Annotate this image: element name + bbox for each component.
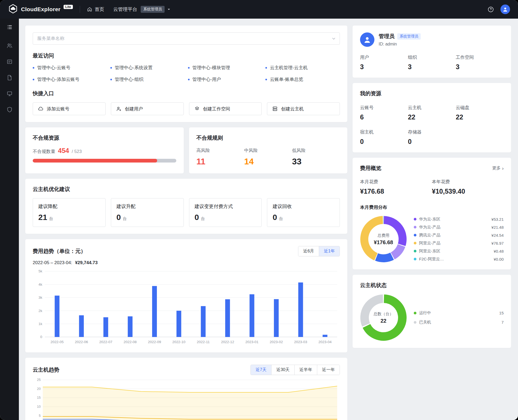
stat-label: 组织: [408, 54, 456, 60]
toggle-half-year[interactable]: 近半年: [294, 365, 317, 375]
risk-value: 14: [244, 157, 292, 167]
stat-disks: 云磁盘 22: [456, 105, 504, 121]
svg-text:2022-11: 2022-11: [197, 340, 210, 344]
optimization-upgrade[interactable]: 建议升配 0台: [111, 198, 184, 227]
nav-home-label: 首页: [95, 6, 104, 13]
quick-create-user-button[interactable]: 创建用户: [111, 102, 184, 115]
users-icon[interactable]: [6, 43, 13, 49]
stat-month-cost: 本月花费 ¥176.68: [360, 179, 432, 195]
user-avatar[interactable]: [500, 5, 510, 14]
console-icon[interactable]: [6, 90, 13, 97]
host-trend-line-chart: 05101520252023-04-062023-04-072023-04-08…: [33, 378, 340, 420]
noncompliant-count-total: / 523: [72, 149, 82, 154]
document-icon[interactable]: [6, 74, 13, 81]
service-menu-select[interactable]: [33, 32, 340, 45]
cost-distribution-legend: 华为云-东区¥53.21华为云-产品¥21.48腾讯云-产品¥24.54阿里云-…: [414, 217, 504, 262]
service-menu-input[interactable]: [33, 32, 340, 45]
optimization-label: 建议升配: [116, 203, 178, 210]
legend-item[interactable]: 腾讯云-产品¥24.54: [414, 233, 504, 238]
risk-low: 低风险 33: [292, 147, 340, 167]
stat-value: ¥176.68: [360, 188, 432, 195]
noncompliant-resources-card: 不合规资源 不合规数量 454 / 523: [25, 127, 184, 173]
cost-overview-card: 费用概览 更多 › 本月花费 ¥176.68 本年花费 ¥: [353, 158, 511, 269]
cost-distribution-chart: [360, 216, 407, 263]
legend-dot-icon: [414, 321, 416, 324]
optimization-change-billing[interactable]: 建议变更付费方式 0台: [189, 198, 262, 227]
risk-medium: 中风险 14: [244, 147, 292, 167]
optimization-unit: 台: [123, 216, 127, 221]
shield-icon[interactable]: [6, 106, 13, 113]
quick-create-workspace-button[interactable]: 创建工作空间: [189, 102, 262, 115]
svg-text:20: 20: [37, 387, 41, 390]
svg-text:2023-01: 2023-01: [245, 340, 258, 344]
recent-link[interactable]: 管理中心-组织: [110, 76, 185, 82]
recent-link[interactable]: 管理中心-添加云账号: [33, 76, 107, 82]
recent-link[interactable]: 管理中心-模块管理: [188, 65, 262, 71]
svg-text:25: 25: [37, 378, 41, 382]
recent-link[interactable]: 管理中心-用户: [188, 76, 262, 82]
more-link[interactable]: 更多 ›: [492, 165, 504, 171]
toggle-30-days[interactable]: 近30天: [271, 365, 294, 375]
quick-add-cloud-account-button[interactable]: 添加云账号: [33, 102, 106, 115]
user-add-icon: [116, 106, 122, 112]
optimization-label: 建议降配: [38, 203, 100, 210]
svg-text:10: 10: [37, 405, 41, 409]
optimization-downgrade[interactable]: 建议降配 21台: [33, 198, 106, 227]
svg-text:2023-04: 2023-04: [319, 340, 332, 344]
optimization-unit: 台: [279, 216, 283, 221]
card-title: 云主机优化建议: [33, 186, 340, 193]
compliance-progress-bar: [33, 159, 176, 163]
optimization-card: 云主机优化建议 建议降配 21台 建议升配 0台 建议变更付费方式 0台: [25, 179, 347, 234]
recent-link[interactable]: 管理中心-系统设置: [110, 65, 185, 71]
optimization-recycle[interactable]: 建议回收 0台: [267, 198, 340, 227]
optimization-label: 建议变更付费方式: [195, 203, 256, 210]
recent-link-label: 云账单-账单总览: [270, 76, 303, 82]
noncompliant-count-value: 454: [58, 147, 69, 155]
recent-link[interactable]: 管理中心-云账号: [33, 65, 107, 71]
legend-label: 华为云-东区: [419, 217, 489, 222]
recent-link-label: 管理中心-系统设置: [115, 65, 153, 71]
cost-trend-total: ¥29,744.73: [75, 260, 98, 265]
quick-create-host-button[interactable]: 创建云主机: [267, 102, 340, 115]
optimization-value: 0: [273, 213, 277, 222]
divider: [80, 6, 80, 13]
nav-platform-switcher[interactable]: 云管理平台 系统管理员: [113, 6, 171, 13]
toggle-last-6-months[interactable]: 近6月: [298, 246, 319, 256]
card-title: 费用概览: [360, 165, 381, 172]
stat-label: 云磁盘: [456, 105, 504, 111]
chevron-down-icon: [331, 36, 336, 41]
legend-item[interactable]: 已关机7: [414, 320, 504, 325]
compliance-progress-fill: [33, 159, 157, 163]
bullet-icon: [110, 79, 112, 80]
legend-value: 7: [502, 320, 504, 325]
legend-value: 15: [499, 311, 504, 315]
svg-text:2022-05: 2022-05: [51, 340, 64, 344]
profile-card: 管理员 系统管理员 ID: admin 用户 3 组织: [353, 26, 511, 78]
help-icon[interactable]: [487, 6, 494, 13]
bill-icon[interactable]: [6, 59, 13, 65]
toggle-one-year[interactable]: 近一年: [317, 365, 340, 375]
quick-title: 快捷入口: [33, 90, 340, 97]
menu-toggle-icon[interactable]: [6, 24, 13, 30]
legend-item[interactable]: 阿里云-产品¥76.97: [414, 241, 504, 246]
legend-item[interactable]: 运行中15: [414, 310, 504, 315]
recent-link[interactable]: 云主机管理-云主机: [265, 65, 340, 71]
legend-item[interactable]: 阿里云-东区¥0.48: [414, 249, 504, 254]
nav-home[interactable]: 首页: [87, 6, 104, 13]
brand[interactable]: CloudExplorer Lite: [8, 4, 73, 15]
profile-name: 管理员: [379, 33, 395, 40]
main-content: 最近访问 管理中心-云账号 管理中心-系统设置 管理中心-模块管理 云主机管理-…: [19, 19, 518, 420]
optimization-value: 0: [195, 213, 199, 222]
legend-item[interactable]: 华为云-东区¥53.21: [414, 217, 504, 222]
legend-dot-icon: [414, 258, 416, 260]
toggle-7-days[interactable]: 近7天: [251, 365, 271, 375]
svg-text:0: 0: [40, 335, 42, 339]
cost-trend-subtitle: 2022-05 – 2023-04: ¥29,744.73: [33, 260, 340, 265]
toggle-last-1-year[interactable]: 近1年: [319, 246, 340, 256]
service-menu-card: 最近访问 管理中心-云账号 管理中心-系统设置 管理中心-模块管理 云主机管理-…: [25, 26, 347, 122]
svg-text:5k: 5k: [39, 269, 42, 273]
recent-link[interactable]: 云账单-账单总览: [265, 76, 340, 82]
legend-item[interactable]: 华为云-产品¥21.48: [414, 225, 504, 230]
risk-label: 中风险: [244, 147, 292, 153]
legend-item[interactable]: F2C-阿里云…¥0.00: [414, 257, 504, 262]
